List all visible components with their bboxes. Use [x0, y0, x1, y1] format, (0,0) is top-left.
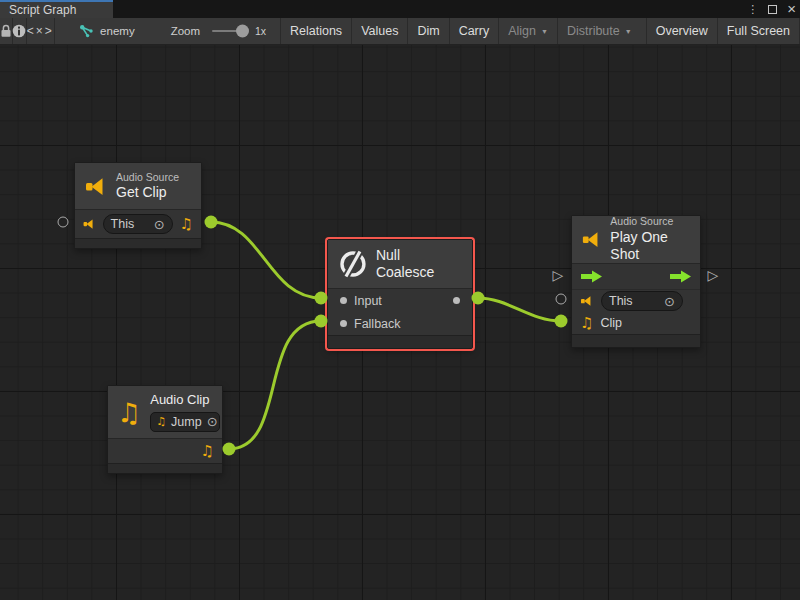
- port-playoneshot-target-input[interactable]: [556, 294, 567, 305]
- fullscreen-label: Full Screen: [727, 24, 790, 38]
- wire-getclip-to-input[interactable]: [211, 222, 321, 298]
- audio-source-icon: [582, 229, 602, 250]
- chevron-down-icon: ▼: [625, 28, 632, 35]
- audio-clip-note-icon: ♫: [201, 444, 214, 459]
- overview-button[interactable]: Overview: [646, 18, 717, 44]
- port-nullcoalesce-input[interactable]: [315, 292, 328, 305]
- values-label: Values: [361, 24, 398, 38]
- chevron-down-icon: ▼: [541, 28, 548, 35]
- port-getclip-clip-output[interactable]: [205, 216, 218, 229]
- object-picker-icon[interactable]: ⊙: [664, 295, 675, 308]
- input-port-row: Input: [328, 289, 472, 312]
- values-button[interactable]: Values: [351, 18, 407, 44]
- port-flow-in-triangle[interactable]: ▷: [553, 268, 564, 282]
- lock-button[interactable]: [0, 18, 12, 44]
- audio-clip-object-field[interactable]: ♫ Jump ⊙: [150, 412, 220, 432]
- result-port-dot[interactable]: [453, 297, 460, 304]
- audio-clip-note-icon: ♫: [580, 316, 593, 331]
- lock-icon: [0, 24, 12, 38]
- audio-clip-note-icon: ♫: [180, 217, 193, 232]
- port-playoneshot-clip-input[interactable]: [555, 315, 568, 328]
- window-controls: ⋮ ×: [747, 0, 796, 18]
- target-object-field[interactable]: This ⊙: [103, 214, 173, 234]
- node-get-clip-titles: Audio Source Get Clip: [116, 171, 179, 202]
- maximize-icon[interactable]: [768, 5, 777, 14]
- graph-name: enemy: [100, 25, 135, 37]
- zoom-slider[interactable]: [212, 18, 245, 44]
- flow-in-arrow-icon: [580, 270, 603, 283]
- port-audioclip-output[interactable]: [223, 443, 236, 456]
- object-picker-icon[interactable]: ⊙: [154, 218, 165, 231]
- port-flow-out-triangle[interactable]: ▷: [708, 268, 719, 282]
- null-coalesce-icon: [338, 249, 368, 279]
- node-get-clip-body: This ⊙ ♫: [75, 209, 201, 238]
- node-audio-clip-body: ♫: [108, 438, 222, 463]
- target-row: This ⊙ ♫: [75, 210, 201, 238]
- tab-script-graph[interactable]: Script Graph: [0, 0, 113, 18]
- node-play-one-shot-footer: [572, 334, 700, 347]
- align-button[interactable]: Align ▼: [498, 18, 557, 44]
- relations-button[interactable]: Relations: [280, 18, 351, 44]
- script-graph-window: Script Graph ⋮ × <×>: [0, 0, 800, 600]
- node-title: Audio Clip: [150, 392, 220, 408]
- node-null-coalesce-footer: [328, 335, 472, 348]
- dim-label: Dim: [417, 24, 439, 38]
- graph-toolbar: <×> enemy Zoom 1x Relations Values Dim: [0, 18, 800, 45]
- zoom-value: 1x: [255, 18, 266, 44]
- align-label: Align: [508, 24, 536, 38]
- node-category: Audio Source: [116, 171, 179, 184]
- node-get-clip-footer: [75, 238, 201, 248]
- target-value: This: [111, 217, 135, 231]
- inspect-button[interactable]: [12, 18, 26, 44]
- fallback-port-row: Fallback: [328, 312, 472, 335]
- output-row: ♫: [108, 439, 222, 463]
- node-title: Null Coalesce: [376, 247, 462, 282]
- fullscreen-button[interactable]: Full Screen: [717, 18, 800, 44]
- input-port-dot[interactable]: [340, 297, 347, 304]
- node-play-one-shot-header: Audio Source Play One Shot: [572, 216, 700, 263]
- target-value: This: [609, 294, 633, 308]
- code-view-button[interactable]: <×>: [27, 18, 54, 44]
- tab-label: Script Graph: [9, 3, 76, 17]
- clip-port-label: Clip: [600, 316, 622, 330]
- graph-icon: [79, 24, 94, 38]
- zoom-slider-handle[interactable]: [236, 25, 249, 38]
- node-null-coalesce-body: Input Fallback: [328, 288, 472, 335]
- carry-button[interactable]: Carry: [449, 18, 499, 44]
- audio-source-icon: [580, 295, 594, 307]
- node-play-one-shot-titles: Audio Source Play One Shot: [610, 215, 690, 263]
- target-object-field[interactable]: This ⊙: [601, 291, 683, 311]
- port-nullcoalesce-fallback[interactable]: [315, 315, 328, 328]
- distribute-button[interactable]: Distribute ▼: [557, 18, 641, 44]
- node-title: Play One Shot: [610, 229, 690, 264]
- wire-result-to-clip[interactable]: [478, 298, 561, 321]
- node-play-one-shot[interactable]: Audio Source Play One Shot: [571, 215, 701, 348]
- node-null-coalesce-header: Null Coalesce: [328, 240, 472, 288]
- input-port-label: Input: [354, 294, 382, 308]
- overview-label: Overview: [656, 24, 708, 38]
- port-getclip-target-input[interactable]: [58, 217, 69, 228]
- node-null-coalesce[interactable]: Null Coalesce Input Fallback: [327, 239, 473, 349]
- graph-canvas[interactable]: Audio Source Get Clip This ⊙ ♫: [0, 45, 800, 600]
- node-audio-clip-header: ♫ Audio Clip ♫ Jump ⊙: [108, 386, 222, 438]
- wire-audioclip-to-fallback[interactable]: [229, 321, 321, 449]
- audio-source-icon: [85, 176, 108, 197]
- close-icon[interactable]: ×: [787, 1, 796, 16]
- flow-out-arrow-icon: [669, 270, 692, 283]
- node-category: Audio Source: [610, 215, 690, 228]
- zoom-label: Zoom: [171, 18, 200, 44]
- info-icon: [12, 24, 26, 38]
- node-audio-clip[interactable]: ♫ Audio Clip ♫ Jump ⊙ ♫: [107, 385, 223, 474]
- dim-button[interactable]: Dim: [407, 18, 448, 44]
- window-menu-icon[interactable]: ⋮: [747, 4, 758, 15]
- node-get-clip[interactable]: Audio Source Get Clip This ⊙ ♫: [74, 162, 202, 249]
- node-get-clip-header: Audio Source Get Clip: [75, 163, 201, 209]
- fallback-port-label: Fallback: [354, 317, 401, 331]
- object-picker-icon[interactable]: ⊙: [207, 415, 218, 428]
- node-title: Get Clip: [116, 184, 179, 202]
- audio-clip-value: Jump: [171, 415, 202, 429]
- audio-source-icon: [83, 218, 96, 230]
- fallback-port-dot[interactable]: [340, 320, 347, 327]
- port-nullcoalesce-result[interactable]: [472, 292, 485, 305]
- graph-reference[interactable]: enemy: [79, 18, 135, 44]
